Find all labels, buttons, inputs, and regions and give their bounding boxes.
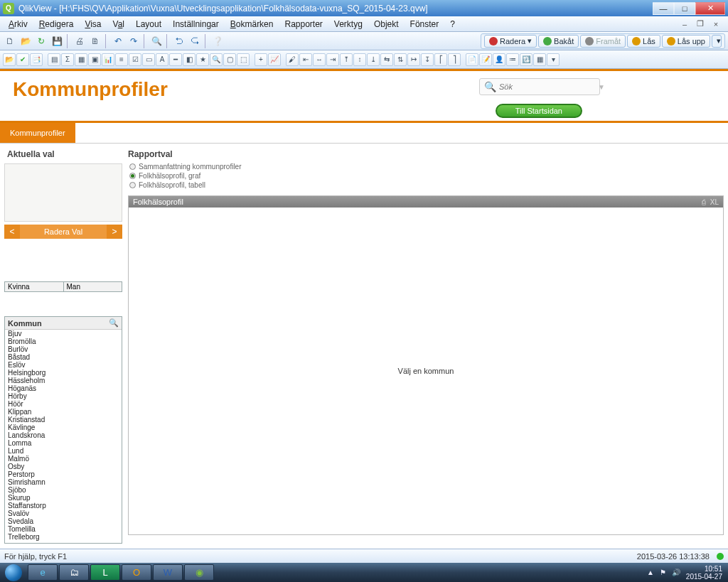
- t2-align-bottom-icon[interactable]: ⤓: [367, 53, 380, 66]
- t2-reload-icon[interactable]: 🔃: [520, 53, 532, 66]
- kommun-item[interactable]: Bromölla: [5, 338, 122, 345]
- framat-button[interactable]: Framåt: [580, 35, 626, 48]
- t2-user-icon[interactable]: 👤: [493, 53, 505, 66]
- t2-current-icon[interactable]: ☑: [129, 53, 141, 66]
- rapportval-option[interactable]: Folkhälsoprofil, graf: [129, 171, 724, 180]
- t2-icon-3[interactable]: 📑: [30, 53, 43, 66]
- kommun-item[interactable]: Lund: [5, 447, 122, 455]
- t2-custom-icon[interactable]: ⬚: [237, 53, 250, 66]
- mdi-close-button[interactable]: ×: [710, 19, 722, 29]
- t2-save-icon[interactable]: ✔: [16, 53, 29, 66]
- t2-align-vcenter-icon[interactable]: ↕: [353, 53, 366, 66]
- chart-print-icon[interactable]: ⎙: [702, 198, 706, 206]
- t2-align-top-icon[interactable]: ⤒: [340, 53, 353, 66]
- kommun-item[interactable]: Lomma: [5, 439, 122, 447]
- kommun-item[interactable]: Klippan: [5, 408, 122, 416]
- radera-val-button[interactable]: Radera Val: [20, 225, 107, 239]
- kommun-item[interactable]: Hörby: [5, 392, 122, 400]
- kommun-item[interactable]: Simrishamn: [5, 478, 122, 486]
- kommun-item[interactable]: Bjuv: [5, 330, 122, 338]
- tray-flag-icon[interactable]: ⚑: [660, 568, 666, 576]
- t2-search-icon[interactable]: 🔍: [210, 53, 223, 66]
- t2-container-icon[interactable]: ▢: [223, 53, 236, 66]
- kommun-item[interactable]: Hässleholm: [5, 377, 122, 384]
- radera-button[interactable]: Radera ▾: [484, 35, 537, 48]
- t2-table-icon[interactable]: ▣: [88, 53, 101, 66]
- kommun-item[interactable]: Kävlinge: [5, 424, 122, 431]
- kommun-item[interactable]: Kristianstad: [5, 416, 122, 424]
- t2-align-right-icon[interactable]: ⇥: [326, 53, 339, 66]
- prev-selection-button[interactable]: <: [4, 225, 20, 239]
- t2-sameright-icon[interactable]: ⎤: [448, 53, 461, 66]
- t2-align-hcenter-icon[interactable]: ↔: [313, 53, 326, 66]
- open-icon[interactable]: 📂: [18, 34, 33, 48]
- menu-installningar[interactable]: Inställningar: [167, 18, 225, 31]
- menu-verktyg[interactable]: Verktyg: [328, 18, 368, 31]
- menu-visa[interactable]: Visa: [79, 18, 107, 31]
- menu-objekt[interactable]: Objekt: [368, 18, 405, 31]
- t2-sheet-prop-icon[interactable]: 📝: [479, 53, 492, 66]
- kommun-item[interactable]: Malmö: [5, 455, 122, 463]
- taskbar-outlook-icon[interactable]: O: [122, 564, 151, 581]
- t2-tableviewer-icon[interactable]: ▦: [533, 53, 546, 66]
- kommun-item[interactable]: Sjöbo: [5, 486, 122, 494]
- t2-newsheet-icon[interactable]: +: [255, 53, 267, 66]
- t2-slider-icon[interactable]: ◧: [183, 53, 196, 66]
- t2-spaceh-icon[interactable]: ↦: [407, 53, 420, 66]
- kommun-item[interactable]: Eslöv: [5, 361, 122, 369]
- kommun-item[interactable]: Höganäs: [5, 384, 122, 392]
- chart-excel-icon[interactable]: XL: [710, 198, 719, 206]
- kommun-search-icon[interactable]: 🔍: [109, 318, 119, 328]
- taskbar-explorer-icon[interactable]: 🗂: [59, 564, 89, 581]
- gender-kvinna[interactable]: Kvinna: [5, 282, 64, 291]
- t2-listbox-icon[interactable]: ▤: [48, 53, 60, 66]
- tray-volume-icon[interactable]: 🔊: [672, 568, 680, 576]
- rapportval-option[interactable]: Folkhälsoprofil, tabell: [129, 180, 724, 190]
- t2-text-icon[interactable]: A: [156, 53, 168, 66]
- maximize-button[interactable]: □: [674, 2, 695, 15]
- kommun-item[interactable]: Svalöv: [5, 510, 122, 517]
- las-upp-button[interactable]: Lås upp: [662, 35, 710, 48]
- taskbar-word-icon[interactable]: W: [153, 564, 183, 581]
- search-input[interactable]: [499, 82, 598, 91]
- undo-icon[interactable]: ↶: [111, 34, 125, 48]
- kommun-item[interactable]: Skurup: [5, 494, 122, 502]
- t2-line-icon[interactable]: ━: [169, 53, 182, 66]
- menu-help[interactable]: ?: [444, 18, 461, 31]
- search-icon[interactable]: 🔍: [149, 34, 164, 48]
- tray-up-icon[interactable]: ▲: [647, 568, 654, 576]
- kommun-item[interactable]: Svedala: [5, 517, 122, 525]
- kommun-item[interactable]: Perstorp: [5, 470, 122, 478]
- save-icon[interactable]: 💾: [50, 34, 64, 48]
- kommun-item[interactable]: Landskrona: [5, 431, 122, 439]
- mdi-minimize-button[interactable]: –: [678, 19, 691, 29]
- t2-multibox-icon[interactable]: ▦: [75, 53, 87, 66]
- menu-fonster[interactable]: Fönster: [405, 18, 445, 31]
- menu-val[interactable]: Val: [107, 18, 130, 31]
- las-button[interactable]: Lås: [627, 35, 660, 48]
- t2-input-icon[interactable]: ≡: [115, 53, 128, 66]
- refresh-icon[interactable]: ↻: [34, 34, 48, 48]
- next-selection-button[interactable]: >: [107, 225, 122, 239]
- t2-chart-icon[interactable]: 📊: [102, 53, 114, 66]
- taskbar-ie-icon[interactable]: e: [28, 564, 58, 581]
- kommun-item[interactable]: Helsingborg: [5, 369, 122, 377]
- new-doc-icon[interactable]: 🗋: [3, 34, 17, 48]
- minimize-button[interactable]: —: [653, 2, 674, 15]
- t2-align-left-icon[interactable]: ⇤: [299, 53, 312, 66]
- start-button[interactable]: [0, 563, 27, 582]
- search-dropdown-icon[interactable]: ▼: [598, 83, 605, 91]
- t2-dist-v-icon[interactable]: ⇅: [394, 53, 407, 66]
- gender-man[interactable]: Man: [64, 282, 122, 291]
- kommun-item[interactable]: Tomelilla: [5, 525, 122, 533]
- kommun-item[interactable]: Höör: [5, 400, 122, 408]
- menu-arkiv[interactable]: Arkiv: [3, 18, 33, 31]
- mdi-restore-button[interactable]: ❐: [694, 19, 707, 29]
- close-button[interactable]: ✕: [695, 2, 725, 15]
- toolbar-options-dropdown[interactable]: ▾: [712, 35, 722, 48]
- print-icon[interactable]: 🖨: [73, 34, 87, 48]
- t2-button-icon[interactable]: ▭: [142, 53, 155, 66]
- t2-extra-dropdown[interactable]: ▾: [547, 53, 560, 66]
- menu-bokmarken[interactable]: Bokmärken: [225, 18, 279, 31]
- redo-icon[interactable]: ↷: [127, 34, 141, 48]
